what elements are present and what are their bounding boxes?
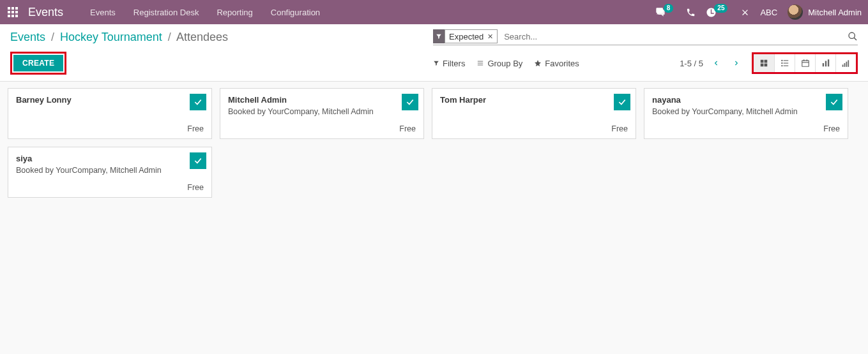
svg-rect-19 <box>822 63 823 66</box>
svg-rect-6 <box>765 60 768 63</box>
chip-label: Expected <box>449 32 483 41</box>
confirm-check-button[interactable] <box>402 94 418 110</box>
confirm-check-button[interactable] <box>826 94 842 110</box>
pager-value[interactable]: 1-5 / 5 <box>680 59 703 68</box>
messaging-icon[interactable]: 8 <box>655 7 676 17</box>
pager: 1-5 / 5 <box>680 56 743 70</box>
confirm-check-button[interactable] <box>190 94 206 110</box>
card-price: Free <box>187 183 204 192</box>
svg-rect-8 <box>765 64 768 67</box>
svg-rect-5 <box>761 60 764 63</box>
svg-point-9 <box>781 60 782 61</box>
card-sub: Booked by YourCompany, Mitchell Admin <box>16 166 204 175</box>
svg-rect-22 <box>842 64 844 67</box>
create-highlight: CREATE <box>10 52 66 75</box>
svg-rect-21 <box>827 59 828 66</box>
svg-rect-4 <box>478 65 483 66</box>
phone-icon[interactable] <box>686 8 696 17</box>
card-price: Free <box>399 124 416 133</box>
pager-prev[interactable] <box>710 56 723 70</box>
funnel-icon <box>433 29 445 43</box>
create-button[interactable]: CREATE <box>13 55 63 71</box>
user-name: Mitchell Admin <box>808 8 862 17</box>
kanban-card[interactable]: Tom Harper Free <box>432 88 636 139</box>
svg-rect-7 <box>761 64 764 67</box>
debug-icon[interactable] <box>740 8 750 17</box>
svg-point-13 <box>781 65 782 66</box>
search-icon[interactable] <box>848 31 858 41</box>
card-name: Mitchell Admin <box>228 95 416 105</box>
view-kanban[interactable] <box>754 54 774 72</box>
view-switcher-highlight <box>752 52 858 74</box>
card-price: Free <box>187 124 204 133</box>
pager-next[interactable] <box>729 56 743 70</box>
search-chip-expected[interactable]: Expected ✕ <box>445 29 498 43</box>
svg-rect-14 <box>783 66 788 66</box>
avatar <box>788 4 803 20</box>
kanban-view: Barney Lonny Free Mitchell Admin Booked … <box>0 82 868 204</box>
groupby-dropdown[interactable]: Group By <box>476 59 522 68</box>
breadcrumb-root[interactable]: Events <box>10 31 45 43</box>
filters-label: Filters <box>443 59 465 68</box>
svg-rect-12 <box>783 63 788 63</box>
activity-badge: 25 <box>714 4 727 13</box>
apps-icon[interactable] <box>6 6 19 18</box>
control-panel: Events / Hockey Tournament / Attendees E… <box>0 24 868 82</box>
filters-dropdown[interactable]: Filters <box>433 59 465 68</box>
menu-reporting[interactable]: Reporting <box>208 1 261 24</box>
card-price: Free <box>611 124 628 133</box>
view-pivot[interactable] <box>835 54 856 72</box>
breadcrumb: Events / Hockey Tournament / Attendees <box>10 31 228 44</box>
kanban-card[interactable]: Barney Lonny Free <box>8 88 212 139</box>
card-name: siya <box>16 154 204 163</box>
card-name: nayana <box>652 95 840 105</box>
systray: 8 25 ABC Mitchell Admin <box>655 4 862 20</box>
kanban-card[interactable]: nayana Booked by YourCompany, Mitchell A… <box>644 88 848 139</box>
svg-rect-25 <box>848 60 849 67</box>
svg-rect-2 <box>478 61 483 62</box>
card-sub: Booked by YourCompany, Mitchell Admin <box>228 107 416 116</box>
messaging-badge: 8 <box>664 4 674 13</box>
kanban-card[interactable]: siya Booked by YourCompany, Mitchell Adm… <box>8 147 212 198</box>
confirm-check-button[interactable] <box>190 152 206 169</box>
view-calendar[interactable] <box>795 54 815 72</box>
svg-rect-10 <box>783 60 788 61</box>
search-input[interactable] <box>501 31 848 43</box>
confirm-check-button[interactable] <box>614 94 630 110</box>
favorites-label: Favorites <box>545 59 579 68</box>
breadcrumb-current: Attendees <box>176 31 228 43</box>
kanban-card[interactable]: Mitchell Admin Booked by YourCompany, Mi… <box>220 88 424 139</box>
svg-line-1 <box>854 38 857 40</box>
svg-rect-3 <box>478 63 483 64</box>
search-bar[interactable]: Expected ✕ <box>433 29 858 45</box>
svg-point-0 <box>849 33 855 38</box>
app-brand: Events <box>28 6 63 19</box>
favorites-dropdown[interactable]: Favorites <box>534 59 579 68</box>
card-sub: Booked by YourCompany, Mitchell Admin <box>652 107 840 116</box>
groupby-label: Group By <box>487 59 522 68</box>
view-graph[interactable] <box>815 54 835 72</box>
menu-events[interactable]: Events <box>81 1 125 24</box>
card-name: Barney Lonny <box>16 95 204 105</box>
main-menu: Events Registration Desk Reporting Confi… <box>81 1 329 24</box>
menu-registration-desk[interactable]: Registration Desk <box>125 1 208 24</box>
chip-remove-icon[interactable]: ✕ <box>487 33 493 41</box>
company-switcher[interactable]: ABC <box>760 8 777 17</box>
view-list[interactable] <box>774 54 795 72</box>
svg-point-11 <box>781 63 782 64</box>
svg-rect-23 <box>844 63 846 67</box>
topnav: Events Events Registration Desk Reportin… <box>0 0 868 24</box>
svg-rect-15 <box>802 61 809 66</box>
card-name: Tom Harper <box>440 95 628 105</box>
user-menu[interactable]: Mitchell Admin <box>788 4 862 20</box>
breadcrumb-parent[interactable]: Hockey Tournament <box>60 31 162 43</box>
svg-rect-20 <box>825 61 826 67</box>
menu-configuration[interactable]: Configuration <box>262 1 329 24</box>
activity-icon[interactable]: 25 <box>706 7 730 18</box>
card-price: Free <box>823 124 840 133</box>
svg-rect-24 <box>846 62 848 67</box>
